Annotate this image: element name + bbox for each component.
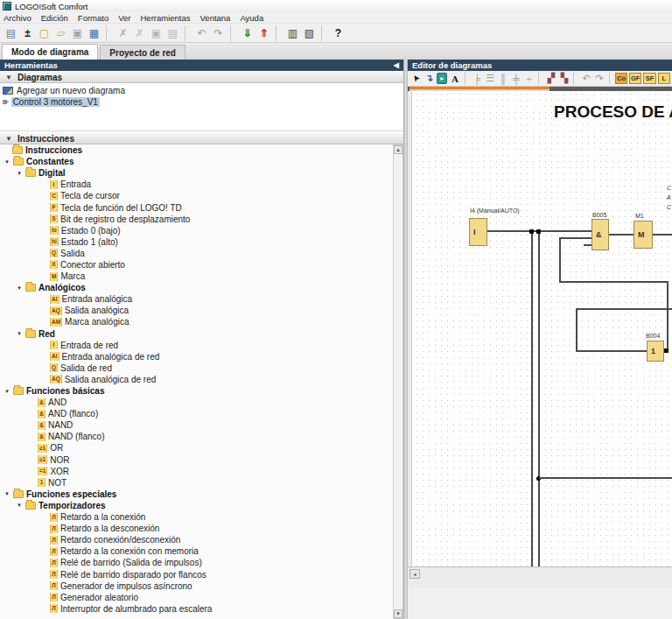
canvas-horizontal-scrollbar[interactable]: ◂ xyxy=(408,566,672,587)
tree-caret-icon[interactable]: ▾ xyxy=(16,285,23,292)
input-block-I4[interactable]: I xyxy=(469,218,487,246)
tree-item-nand-flanco[interactable]: & NAND (flanco) xyxy=(0,431,392,442)
tree-item-retardo-conexion-desconexion[interactable]: Л Retardo conexión/desconexión xyxy=(0,534,392,545)
menu-formato[interactable]: Formato xyxy=(78,13,108,23)
tree-folder-analogicos[interactable]: ▾ Analógicos xyxy=(0,282,392,293)
tree-item-and[interactable]: & AND xyxy=(0,397,392,408)
tree-item-entrada-analogica-de-red[interactable]: AI Entrada analógica de red xyxy=(0,351,392,362)
diagram-canvas[interactable]: PROCESO DE AL xyxy=(408,91,672,566)
tree-item-salida[interactable]: Q Salida xyxy=(0,248,392,259)
tree-item-rele-barrido-flancos[interactable]: Л Relé de barrido disparado por flancos xyxy=(0,568,392,580)
new-file-icon[interactable]: ▢ xyxy=(36,25,52,41)
menu-ventana[interactable]: Ventana xyxy=(200,13,231,23)
tree-folder-funciones-basicas[interactable]: ▾ Funciones básicas xyxy=(0,385,392,397)
diagram-title-text[interactable]: PROCESO DE AL xyxy=(554,102,672,122)
tree-item-nand[interactable]: & NAND xyxy=(0,419,392,431)
undo-icon[interactable]: ↶ xyxy=(580,72,593,86)
menu-ayuda[interactable]: Ayuda xyxy=(240,13,263,23)
tree-item-nor[interactable]: ≥1 NOR xyxy=(0,454,392,466)
scroll-left-icon[interactable]: ◂ xyxy=(410,569,420,579)
delete-icon[interactable]: ✗ xyxy=(115,25,131,41)
tree-caret-icon[interactable]: ▾ xyxy=(16,170,23,177)
tab-modo-de-diagrama[interactable]: Modo de diagrama xyxy=(2,44,98,60)
redo-icon[interactable]: ↷ xyxy=(593,72,606,86)
logo-to-pc-icon[interactable]: ⇑ xyxy=(256,25,272,41)
tree-item-salida-analogica[interactable]: AQ Salida analógica xyxy=(0,305,392,316)
tree-item-rele-barrido[interactable]: Л Relé de barrido (Salida de impulsos) xyxy=(0,557,392,568)
tree-folder-temporizadores[interactable]: ▾ Temporizadores xyxy=(0,500,392,511)
tree-item-marca[interactable]: M Marca xyxy=(0,271,392,282)
split-connection-icon[interactable]: ÷ xyxy=(522,72,536,86)
tree-item-conector-abierto[interactable]: X Conector abierto xyxy=(0,259,392,271)
send-backward-icon[interactable]: ▚ xyxy=(558,72,571,86)
connector-tool-icon[interactable]: ↴ xyxy=(423,72,436,86)
scroll-up-icon[interactable]: ▲ xyxy=(394,145,402,154)
collapse-panel-icon[interactable]: ◀ xyxy=(394,61,399,69)
tree-item-bit-registro-desplazamiento[interactable]: S Bit de registro de desplazamiento xyxy=(0,214,392,225)
distribute-horizontal-icon[interactable]: ╪ xyxy=(510,72,523,86)
tree-item-xor[interactable]: =1 XOR xyxy=(0,466,392,477)
tree-item-retardo-desconexion[interactable]: Л Retardo a la desconexión xyxy=(0,523,392,534)
menu-archivo[interactable]: Archivo xyxy=(4,13,32,23)
diagrams-section-header[interactable]: ▼ Diagramas xyxy=(0,71,403,83)
tree-folder-digital[interactable]: ▾ Digital xyxy=(0,167,392,179)
tree-item-generador-impulsos[interactable]: Л Generador de impulsos asíncrono xyxy=(0,580,392,592)
open-file-icon[interactable]: ▱ xyxy=(52,25,69,41)
connectors-button[interactable]: Co xyxy=(615,73,627,84)
tab-proyecto-de-red[interactable]: Proyecto de red xyxy=(100,45,186,60)
tree-item-tecla-de-cursor[interactable]: C Tecla de cursor xyxy=(0,190,392,201)
tree-item-interruptor-alumbrado[interactable]: Л Interruptor de alumbrado para escalera xyxy=(0,603,392,615)
online-test-icon[interactable]: ▧ xyxy=(301,25,318,41)
paste-icon[interactable]: ▤ xyxy=(164,25,181,41)
menu-herramientas[interactable]: Herramientas xyxy=(141,13,191,23)
or-block-B004[interactable]: 1 xyxy=(647,341,664,362)
transfer-icon[interactable]: ± xyxy=(19,25,36,41)
tree-caret-icon[interactable]: ▾ xyxy=(4,388,10,395)
tree-item-salida-analogica-de-red[interactable]: AQ Salida analógica de red xyxy=(0,374,392,385)
add-new-diagram-item[interactable]: Agregar un nuevo diagrama xyxy=(0,85,403,96)
menu-ver[interactable]: Ver xyxy=(118,13,130,23)
save-icon[interactable]: ▣ xyxy=(69,25,86,41)
select-tool-icon[interactable]: ➤ xyxy=(410,72,423,86)
tree-caret-icon[interactable]: ▾ xyxy=(4,158,10,165)
menu-edicion[interactable]: Edición xyxy=(41,13,68,23)
tree-item-generador-aleatorio[interactable]: Л Generador aleatorio xyxy=(0,592,392,603)
tree-scrollbar[interactable]: ▲ ▼ xyxy=(393,144,403,619)
tree-item-retardo-conexion[interactable]: Л Retardo a la conexión xyxy=(0,511,392,523)
tree-item-and-flanco[interactable]: & AND (flanco) xyxy=(0,408,392,419)
undo-icon[interactable]: ↶ xyxy=(193,25,210,41)
tree-caret-icon[interactable]: ▾ xyxy=(16,502,23,509)
tree-folder-constantes[interactable]: ▾ Constantes xyxy=(0,156,392,167)
pc-to-logo-icon[interactable]: ⇓ xyxy=(239,25,256,41)
tree-folder-red[interactable]: ▾ Red xyxy=(0,328,392,340)
tree-item-entrada-de-red[interactable]: I Entrada de red xyxy=(0,340,392,351)
and-block-B005[interactable]: & xyxy=(592,219,609,250)
bring-forward-icon[interactable]: ▞ xyxy=(545,72,558,86)
convert-tool-icon[interactable]: ▸ xyxy=(436,72,449,86)
marker-block-M1[interactable]: M xyxy=(634,221,653,249)
copy-icon[interactable]: ▣ xyxy=(148,25,164,41)
tree-item-entrada-analogica[interactable]: AI Entrada analógica xyxy=(0,293,392,305)
tree-item-entrada[interactable]: I Entrada xyxy=(0,179,392,190)
align-horizontal-icon[interactable]: ☰ xyxy=(484,72,497,86)
tree-item-estado-1[interactable]: hi Estado 1 (alto) xyxy=(0,236,392,248)
tree-item-or[interactable]: ≥1 OR xyxy=(0,442,392,454)
tree-caret-icon[interactable]: ▾ xyxy=(16,330,23,337)
print-icon[interactable]: ▦ xyxy=(86,25,102,41)
tree-item-retardo-conexion-memoria[interactable]: Л Retardo a la conexión con memoria xyxy=(0,545,392,557)
logic-button[interactable]: L xyxy=(658,73,670,84)
diagram-item-control-3-motores[interactable]: Bº Control 3 motores_V1 xyxy=(0,96,403,108)
tree-folder-instrucciones[interactable]: Instrucciones xyxy=(0,144,392,156)
interface-settings-icon[interactable]: ▤ xyxy=(3,25,19,41)
tree-item-marca-analogica[interactable]: AM Marca analógica xyxy=(0,316,392,327)
context-help-icon[interactable]: ? xyxy=(330,25,346,41)
tree-item-not[interactable]: 1 NOT xyxy=(0,477,392,489)
redo-icon[interactable]: ↷ xyxy=(210,25,227,41)
align-edges-icon[interactable]: ╞ xyxy=(471,72,484,86)
basic-functions-button[interactable]: GF xyxy=(629,73,641,84)
special-functions-button[interactable]: SF xyxy=(643,73,655,84)
text-tool-icon[interactable]: A xyxy=(449,72,462,86)
tree-item-estado-0[interactable]: lo Estado 0 (bajo) xyxy=(0,225,392,236)
cut-icon[interactable]: ✗ xyxy=(131,25,148,41)
align-vertical-icon[interactable]: ║ xyxy=(497,72,510,86)
